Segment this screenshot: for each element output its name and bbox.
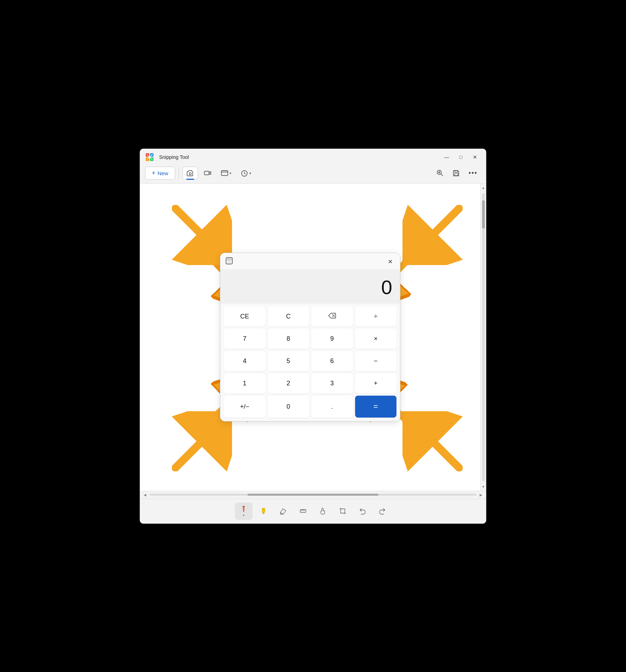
calc-7-button[interactable]: 7 bbox=[224, 329, 266, 349]
calc-display-value: 0 bbox=[381, 276, 392, 298]
undo-icon bbox=[359, 507, 366, 515]
maximize-button[interactable]: □ bbox=[455, 153, 467, 161]
svg-rect-7 bbox=[204, 171, 209, 175]
calc-display: 0 bbox=[220, 269, 400, 304]
calculator-window: ✕ 0 CE C bbox=[220, 253, 400, 421]
canvas-area: ✕ 0 CE C bbox=[140, 184, 480, 491]
toolbar-separator bbox=[179, 167, 179, 179]
app-logo-icon bbox=[145, 153, 154, 162]
svg-rect-30 bbox=[243, 507, 244, 511]
bottom-toolbar: ▾ bbox=[140, 499, 486, 523]
calc-icon-svg bbox=[225, 257, 233, 265]
redo-button[interactable] bbox=[373, 504, 391, 518]
title-bar: Snipping Tool — □ ✕ bbox=[140, 149, 486, 165]
hscroll-thumb[interactable] bbox=[248, 494, 378, 496]
clock-icon bbox=[240, 169, 248, 177]
svg-rect-24 bbox=[227, 262, 228, 263]
calc-ce-button[interactable]: CE bbox=[224, 306, 266, 327]
touch-button[interactable] bbox=[314, 504, 332, 518]
new-label: New bbox=[158, 170, 168, 176]
calc-2-button[interactable]: 2 bbox=[268, 373, 309, 394]
save-icon bbox=[452, 169, 460, 177]
scroll-thumb[interactable] bbox=[482, 200, 485, 229]
app-title: Snipping Tool bbox=[159, 154, 437, 160]
calc-c-button[interactable]: C bbox=[268, 306, 309, 327]
calc-negate-button[interactable]: +/− bbox=[224, 396, 266, 418]
svg-rect-33 bbox=[300, 510, 306, 512]
calc-decimal-button[interactable]: . bbox=[311, 396, 353, 418]
minimize-button[interactable]: — bbox=[441, 153, 453, 161]
undo-button[interactable] bbox=[354, 504, 371, 518]
calc-add-button[interactable]: + bbox=[355, 373, 397, 394]
svg-rect-23 bbox=[227, 259, 231, 260]
calc-app-icon bbox=[225, 257, 233, 266]
chevron-down-icon: ▾ bbox=[230, 171, 231, 175]
chevron-down-icon-2: ▾ bbox=[249, 171, 251, 175]
redo-icon bbox=[378, 507, 386, 515]
toolbar: + New ▾ bbox=[140, 165, 486, 184]
calc-multiply-button[interactable]: × bbox=[355, 329, 397, 349]
horizontal-scrollbar[interactable]: ◀ ▶ bbox=[140, 491, 486, 499]
snipping-tool-window: Snipping Tool — □ ✕ + New bbox=[140, 149, 486, 524]
calc-subtract-button[interactable]: − bbox=[355, 351, 397, 371]
main-content: ✕ 0 CE C bbox=[140, 184, 486, 491]
calc-6-button[interactable]: 6 bbox=[311, 351, 353, 371]
calc-1-button[interactable]: 1 bbox=[224, 373, 266, 394]
svg-rect-29 bbox=[243, 506, 245, 507]
calc-close-button[interactable]: ✕ bbox=[385, 257, 395, 266]
calc-divide-button[interactable]: ÷ bbox=[355, 306, 397, 327]
calc-3-button[interactable]: 3 bbox=[311, 373, 353, 394]
calc-backspace-button[interactable] bbox=[311, 306, 353, 327]
scroll-track[interactable] bbox=[482, 193, 485, 481]
scroll-up-arrow[interactable]: ▲ bbox=[482, 184, 485, 192]
timer-button[interactable]: ▾ bbox=[237, 167, 255, 179]
pen-tool-button[interactable]: ▾ bbox=[235, 502, 253, 520]
zoom-in-icon bbox=[436, 169, 444, 177]
svg-rect-11 bbox=[455, 171, 458, 172]
more-options-button[interactable]: ••• bbox=[465, 167, 481, 179]
hscroll-left-arrow[interactable]: ◀ bbox=[144, 493, 146, 497]
hscroll-track[interactable] bbox=[149, 494, 477, 496]
calc-equals-button[interactable]: = bbox=[355, 396, 397, 418]
backspace-icon bbox=[328, 313, 336, 318]
calc-9-button[interactable]: 9 bbox=[311, 329, 353, 349]
ruler-button[interactable] bbox=[294, 504, 312, 518]
camera-icon bbox=[186, 169, 194, 177]
pen-chevron-icon: ▾ bbox=[243, 514, 244, 517]
calc-0-button[interactable]: 0 bbox=[268, 396, 309, 418]
svg-rect-25 bbox=[229, 262, 230, 263]
right-scrollbar[interactable]: ▲ ▼ bbox=[480, 184, 486, 491]
zoom-button[interactable] bbox=[433, 167, 447, 179]
ruler-icon bbox=[299, 507, 307, 515]
crop-button[interactable] bbox=[334, 504, 352, 518]
crop-icon bbox=[339, 507, 347, 515]
scroll-down-arrow[interactable]: ▼ bbox=[482, 483, 485, 491]
calc-5-button[interactable]: 5 bbox=[268, 351, 309, 371]
screenshot-mode-button[interactable] bbox=[182, 167, 198, 179]
svg-rect-26 bbox=[230, 262, 231, 263]
window-snip-icon bbox=[221, 169, 228, 177]
new-button[interactable]: + New bbox=[145, 167, 175, 180]
video-mode-button[interactable] bbox=[200, 167, 215, 179]
close-button[interactable]: ✕ bbox=[469, 153, 481, 161]
eraser-button[interactable] bbox=[274, 504, 292, 518]
window-snip-button[interactable]: ▾ bbox=[217, 167, 235, 179]
ellipsis-icon: ••• bbox=[469, 170, 477, 177]
highlighter-button[interactable] bbox=[255, 504, 272, 518]
touch-icon bbox=[319, 507, 327, 515]
calc-8-button[interactable]: 8 bbox=[268, 329, 309, 349]
video-icon bbox=[204, 169, 211, 177]
svg-point-6 bbox=[189, 173, 191, 175]
save-button[interactable] bbox=[449, 167, 464, 179]
window-controls: — □ ✕ bbox=[441, 153, 481, 161]
svg-rect-32 bbox=[262, 508, 265, 509]
eraser-icon bbox=[279, 507, 287, 515]
highlighter-icon bbox=[260, 507, 267, 515]
hscroll-right-arrow[interactable]: ▶ bbox=[480, 493, 482, 497]
toolbar-right: ••• bbox=[433, 167, 481, 179]
svg-rect-8 bbox=[221, 171, 228, 176]
svg-rect-12 bbox=[454, 173, 458, 176]
plus-icon: + bbox=[152, 170, 156, 177]
calc-4-button[interactable]: 4 bbox=[224, 351, 266, 371]
calc-buttons-grid: CE C ÷ 7 8 9 × bbox=[220, 304, 400, 421]
